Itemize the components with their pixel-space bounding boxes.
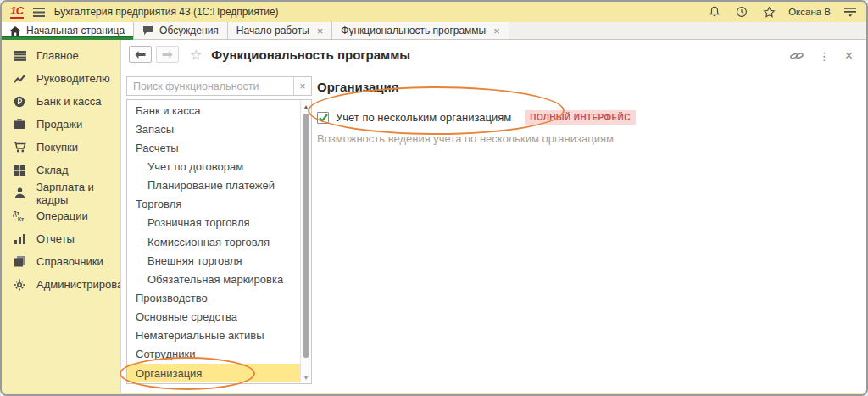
functionality-search: × <box>126 76 312 96</box>
feature-label[interactable]: Учет по нескольким организациям <box>336 111 511 124</box>
list-item[interactable]: Запасы <box>127 120 300 138</box>
chat-icon <box>142 26 153 36</box>
main-panel: ☆ Функциональность программы ⋮ × × Банк … <box>120 40 866 393</box>
list-scrollbar[interactable]: ▲ ▼ <box>300 100 311 383</box>
list-item[interactable]: Производство <box>127 288 300 307</box>
sidebar-item-main[interactable]: Главное <box>2 44 120 67</box>
main-menu-icon[interactable] <box>31 4 47 20</box>
list-item[interactable]: Планирование платежей <box>127 176 300 195</box>
ruble-circle-icon <box>13 96 26 108</box>
search-input[interactable] <box>127 77 293 95</box>
tab-close-icon[interactable]: × <box>317 25 324 37</box>
list-item-organization-selected[interactable]: Организация <box>127 364 300 382</box>
grid-icon <box>13 165 26 176</box>
tab-discussions[interactable]: Обсуждения <box>134 22 228 39</box>
back-button[interactable] <box>129 46 152 63</box>
scroll-down-icon[interactable]: ▼ <box>301 371 311 383</box>
menu-lines-icon <box>13 51 26 61</box>
section-heading: Организация <box>317 80 849 94</box>
get-link-icon[interactable] <box>790 50 804 62</box>
functionality-list-panel: Банк и касса Запасы Расчеты Учет по дого… <box>126 99 312 384</box>
app-window: 1С Бухгалтерия предприятия 43 (1С:Предпр… <box>0 0 868 396</box>
cart-icon <box>13 142 26 153</box>
sidebar-item-label: Продажи <box>36 118 82 131</box>
scrollbar-thumb[interactable] <box>303 114 309 358</box>
dt-kt-icon: ДтКт <box>13 210 26 222</box>
sidebar: Главное Руководителю Банк и касса Продаж… <box>2 40 120 393</box>
full-interface-badge: ПОЛНЫЙ ИНТЕРФЕЙС <box>525 110 635 125</box>
page-title: Функциональность программы <box>211 47 410 62</box>
tab-functionality[interactable]: Функциональность программы × <box>332 22 509 39</box>
list-item[interactable]: Обязательная маркировка <box>127 270 300 288</box>
sidebar-item-label: Зарплата и кадры <box>36 181 120 206</box>
close-form-icon[interactable]: × <box>845 49 853 63</box>
list-item[interactable]: Основные средства <box>127 308 300 326</box>
briefcase-icon <box>13 119 26 130</box>
tab-label: Функциональность программы <box>341 25 486 36</box>
sidebar-item-label: Отчеты <box>36 232 75 245</box>
home-icon <box>10 26 20 36</box>
list-item[interactable]: Учет по договорам <box>127 157 300 176</box>
1c-logo-icon: 1С <box>10 5 24 19</box>
sidebar-item-warehouse[interactable]: Склад <box>2 159 120 181</box>
svg-text:Кт: Кт <box>18 216 24 222</box>
more-menu-icon[interactable]: ⋮ <box>819 50 830 63</box>
sidebar-item-label: Банк и касса <box>36 95 102 108</box>
sidebar-item-label: Справочники <box>36 255 103 268</box>
sidebar-item-reports[interactable]: Отчеты <box>2 227 120 250</box>
tab-label: Обсуждения <box>159 25 219 36</box>
sidebar-item-manager[interactable]: Руководителю <box>2 67 120 90</box>
sidebar-item-sales[interactable]: Продажи <box>2 113 120 136</box>
favorites-star-icon[interactable] <box>761 4 776 20</box>
sidebar-item-operations[interactable]: ДтКт Операции <box>2 204 120 227</box>
feature-description: Возможность ведения учета по нескольким … <box>317 132 849 145</box>
sidebar-item-bank-cash[interactable]: Банк и касса <box>2 90 120 113</box>
trend-icon <box>13 74 26 84</box>
list-item[interactable]: Розничная торговля <box>127 214 300 232</box>
list-item[interactable]: Комиссионная торговля <box>127 232 300 251</box>
multi-org-checkbox[interactable] <box>317 112 329 124</box>
sidebar-item-label: Главное <box>36 49 79 62</box>
sidebar-item-label: Операции <box>36 209 88 222</box>
forward-button[interactable] <box>156 46 179 63</box>
notifications-bell-icon[interactable] <box>707 4 722 20</box>
list-item[interactable]: Нематериальные активы <box>127 326 300 345</box>
list-item[interactable]: Сотрудники <box>127 345 300 364</box>
sidebar-item-administration[interactable]: Администрирование <box>2 273 120 296</box>
history-clock-icon[interactable] <box>734 4 749 20</box>
window-bottom-strip <box>2 393 866 396</box>
search-clear-icon[interactable]: × <box>293 77 311 95</box>
list-item[interactable]: Расчеты <box>127 138 300 157</box>
sidebar-item-label: Склад <box>36 164 69 176</box>
current-user[interactable]: Оксана В <box>788 7 831 17</box>
titlebar: 1С Бухгалтерия предприятия 43 (1С:Предпр… <box>2 2 866 22</box>
organization-section: Организация Учет по нескольким организац… <box>317 80 849 145</box>
sidebar-item-purchases[interactable]: Покупки <box>2 136 120 159</box>
list-item[interactable]: Торговля <box>127 195 300 214</box>
add-favorite-star-icon[interactable]: ☆ <box>190 47 202 63</box>
list-item[interactable]: Банк и касса <box>127 101 300 120</box>
service-menu-icon[interactable] <box>843 4 858 20</box>
tab-getting-started[interactable]: Начало работы × <box>228 22 333 39</box>
scroll-up-icon[interactable]: ▲ <box>301 100 311 112</box>
tab-close-icon[interactable]: × <box>493 25 500 37</box>
bar-chart-icon <box>13 234 26 244</box>
books-icon <box>13 256 26 267</box>
sidebar-item-label: Покупки <box>36 141 78 153</box>
app-title: Бухгалтерия предприятия 43 (1С:Предприят… <box>54 6 279 18</box>
tab-bar: Начальная страница Обсуждения Начало раб… <box>2 22 866 40</box>
list-item[interactable]: Внешняя торговля <box>127 251 300 270</box>
tab-label: Начало работы <box>236 25 309 36</box>
tab-home-page[interactable]: Начальная страница <box>2 22 134 39</box>
sidebar-item-salary-hr[interactable]: Зарплата и кадры <box>2 181 120 204</box>
sidebar-item-directories[interactable]: Справочники <box>2 250 120 273</box>
tab-label: Начальная страница <box>26 25 125 36</box>
person-icon <box>13 187 26 198</box>
sidebar-item-label: Руководителю <box>36 72 110 85</box>
gear-icon <box>13 279 26 291</box>
